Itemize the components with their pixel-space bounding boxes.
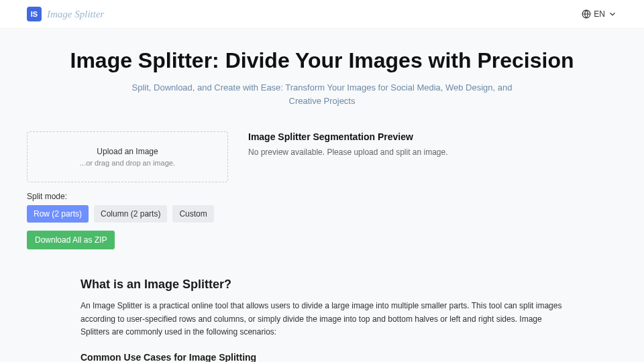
info-description: An Image Splitter is a practical online …	[80, 300, 564, 339]
globe-icon	[582, 9, 591, 19]
language-switcher[interactable]: EN	[582, 9, 617, 19]
language-code: EN	[594, 9, 605, 19]
preview-empty-message: No preview available. Please upload and …	[248, 147, 617, 157]
preview-panel: Image Splitter Segmentation Preview No p…	[248, 131, 617, 182]
page-title: Image Splitter: Divide Your Images with …	[27, 48, 617, 73]
mode-column-button[interactable]: Column (2 parts)	[94, 205, 167, 223]
upload-dropzone[interactable]: Upload an Image ...or drag and drop an i…	[27, 131, 228, 182]
split-mode-label: Split mode:	[27, 192, 617, 201]
mode-custom-button[interactable]: Custom	[172, 205, 213, 223]
info-heading: What is an Image Splitter?	[80, 278, 564, 292]
logo[interactable]: IS Image Splitter	[27, 7, 104, 21]
mode-row-button[interactable]: Row (2 parts)	[27, 205, 89, 223]
header: IS Image Splitter EN	[0, 0, 644, 29]
use-cases-heading: Common Use Cases for Image Splitting	[80, 352, 564, 362]
upload-hint: ...or drag and drop an image.	[36, 159, 219, 167]
preview-title: Image Splitter Segmentation Preview	[248, 131, 617, 142]
controls: Split mode: Row (2 parts) Column (2 part…	[27, 192, 617, 249]
download-zip-button[interactable]: Download All as ZIP	[27, 231, 115, 249]
logo-badge: IS	[27, 7, 42, 21]
chevron-down-icon	[608, 9, 617, 19]
page-subtitle: Split, Download, and Create with Ease: T…	[121, 81, 523, 107]
upload-title: Upload an Image	[36, 147, 219, 156]
logo-text: Image Splitter	[47, 9, 104, 20]
